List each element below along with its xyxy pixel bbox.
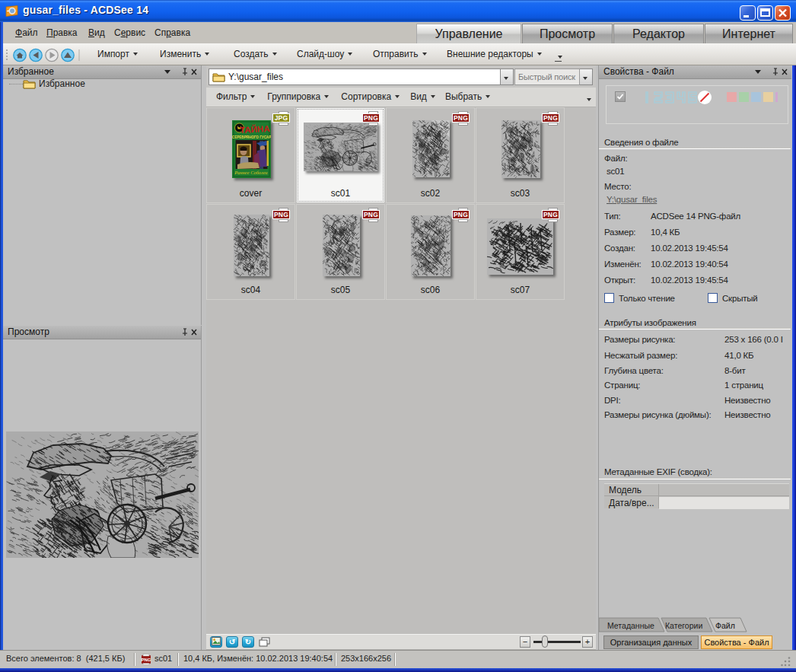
svg-text:Файл: Файл — [715, 621, 735, 630]
svg-text:PNG: PNG — [141, 658, 151, 662]
svg-text:Метаданные: Метаданные — [607, 621, 654, 630]
svg-text:СЕРЕБРЯНОГО ГУСАРА: СЕРЕБРЯНОГО ГУСАРА — [232, 135, 271, 139]
svg-text:Раннее Соболев: Раннее Соболев — [234, 170, 268, 175]
svg-text:ТАЙНА: ТАЙНА — [240, 124, 270, 135]
svg-text:Категории: Категории — [665, 621, 702, 630]
